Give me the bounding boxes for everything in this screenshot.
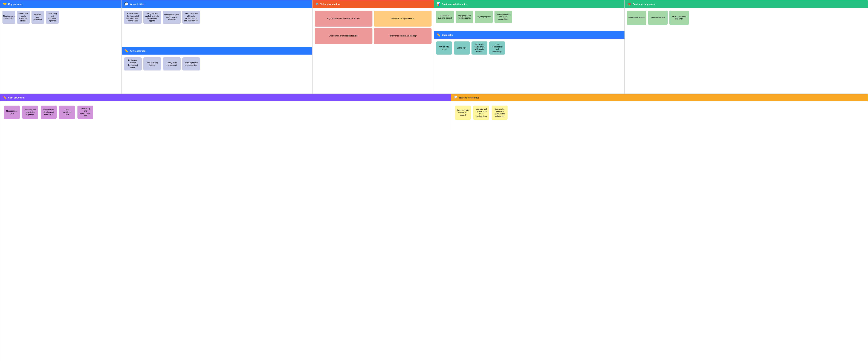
key-partners-title: Key partners:: [8, 3, 23, 5]
key-activities-section: 💬 Key activities: Research and developme…: [122, 0, 313, 93]
list-item[interactable]: Research and development investments: [41, 106, 57, 119]
list-item[interactable]: Designing and marketing athletic footwea…: [144, 11, 161, 24]
list-item[interactable]: Personalized customer support: [436, 11, 454, 23]
customer-seg-header: 🍩 Customer segments:: [625, 0, 868, 8]
list-item[interactable]: Engaging social media presence: [456, 11, 473, 23]
list-item[interactable]: Retail operational costs: [59, 106, 75, 119]
key-resources-body: Design and product development teams Man…: [122, 55, 312, 93]
key-partners-icon: 🤝: [3, 2, 7, 6]
list-item[interactable]: Design and product development teams: [124, 57, 142, 71]
cost-structure-header: ✏️ Cost structure:: [0, 94, 451, 101]
list-item[interactable]: Retailers and distributors: [31, 11, 44, 24]
list-item[interactable]: Research and development of innovative s…: [124, 11, 142, 24]
revenue-streams-icon: 🏳️: [454, 96, 458, 100]
list-item[interactable]: Manufacturing and quality control proces…: [163, 11, 181, 24]
channels-title: Channels:: [442, 34, 453, 36]
key-activities-title: Key activities:: [130, 3, 145, 5]
list-item[interactable]: High-quality athletic footwear and appar…: [315, 11, 372, 27]
list-item[interactable]: Sports enthusiasts: [648, 11, 668, 25]
list-item[interactable]: Loyalty programs: [475, 11, 493, 23]
list-item[interactable]: Collaboration with athletes for product …: [182, 11, 200, 24]
list-item[interactable]: Manufacturers and suppliers: [2, 11, 15, 24]
list-item[interactable]: Innovative and stylish designs: [374, 11, 432, 27]
revenue-streams-section: 🏳️ Revenue streams: Sales of athletic fo…: [451, 94, 868, 130]
customer-seg-body: Professional athletes Sports enthusiasts…: [625, 8, 868, 68]
list-item[interactable]: Sponsored events and sports competitions: [495, 11, 512, 23]
list-item[interactable]: Wholesale partnerships with sports retai…: [471, 41, 488, 55]
list-item[interactable]: Brand reputation and recognition: [182, 57, 200, 71]
list-item[interactable]: Endorsement by professional athletes: [315, 28, 372, 44]
revenue-streams-header: 🏳️ Revenue streams:: [451, 94, 868, 101]
list-item[interactable]: Performance-enhancing technology: [374, 28, 432, 44]
key-partners-header: 🤝 Key partners:: [0, 0, 122, 8]
list-item[interactable]: Professional athletes: [627, 11, 646, 25]
list-item[interactable]: Manufacturing facilities: [144, 57, 161, 71]
list-item[interactable]: Licensing and royalties from brand colla…: [473, 106, 489, 120]
key-resources-title: Key resources:: [130, 50, 146, 52]
cost-structure-body: Manufacturing costs Marketing and advert…: [0, 101, 451, 130]
key-partners-section: 🤝 Key partners: Manufacturers and suppli…: [0, 0, 122, 93]
customer-rel-title: Customer relationships:: [442, 3, 468, 5]
list-item[interactable]: Sponsorship and collaboration fees: [78, 106, 93, 119]
list-item[interactable]: Marketing and advertising expenses: [22, 106, 38, 119]
key-partners-body: Manufacturers and suppliers Professional…: [0, 8, 122, 47]
list-item[interactable]: Supply chain management: [163, 57, 181, 71]
value-prop-header: ⚙️ Value proposition:: [312, 0, 434, 8]
value-prop-title: Value proposition:: [320, 3, 340, 5]
list-item[interactable]: Brand collaborations and sponsorships: [489, 41, 505, 55]
key-resources-header: ✏️ Key resources:: [122, 47, 312, 55]
customer-rel-icon: 📊: [436, 2, 440, 6]
customer-rel-body: Personalized customer support Engaging s…: [434, 8, 624, 31]
list-item[interactable]: Fashion-conscious consumers: [670, 11, 689, 25]
value-proposition-section: ⚙️ Value proposition: High-quality athle…: [312, 0, 434, 93]
list-item[interactable]: Sales of athletic footwear and apparel: [455, 106, 471, 120]
revenue-streams-body: Sales of athletic footwear and apparel L…: [451, 101, 868, 130]
value-prop-icon: ⚙️: [315, 2, 319, 6]
list-item[interactable]: Manufacturing costs: [4, 106, 20, 119]
customer-seg-icon: 🍩: [627, 2, 631, 6]
list-item[interactable]: Online store: [454, 41, 470, 55]
key-activities-icon: 💬: [124, 2, 128, 6]
list-item[interactable]: Professional sports teams and athletes: [17, 11, 30, 24]
channels-header: ✏️ Channels:: [434, 31, 624, 38]
value-prop-body: High-quality athletic footwear and appar…: [312, 8, 434, 47]
channels-body: Physical retail stores Online store Whol…: [434, 38, 624, 60]
channels-icon: ✏️: [436, 33, 440, 37]
customer-rel-header: 📊 Customer relationships:: [434, 0, 624, 8]
customer-segments-section: 🍩 Customer segments: Professional athlet…: [625, 0, 868, 93]
customer-relationships-section: 📊 Customer relationships: Personalized c…: [434, 0, 625, 93]
list-item[interactable]: Physical retail stores: [436, 41, 452, 55]
key-activities-body: Research and development of innovative s…: [122, 8, 312, 47]
cost-structure-section: ✏️ Cost structure: Manufacturing costs M…: [0, 94, 451, 130]
list-item[interactable]: Advertising and marketing agencies: [46, 11, 59, 24]
key-resources-icon: ✏️: [124, 49, 128, 53]
key-activities-header: 💬 Key activities:: [122, 0, 312, 8]
customer-seg-title: Customer segments:: [632, 3, 655, 5]
cost-structure-title: Cost structure:: [8, 96, 25, 99]
list-item[interactable]: Sponsorship deals with sports teams and …: [492, 106, 507, 120]
cost-structure-icon: ✏️: [3, 96, 7, 100]
revenue-streams-title: Revenue streams:: [459, 96, 479, 99]
